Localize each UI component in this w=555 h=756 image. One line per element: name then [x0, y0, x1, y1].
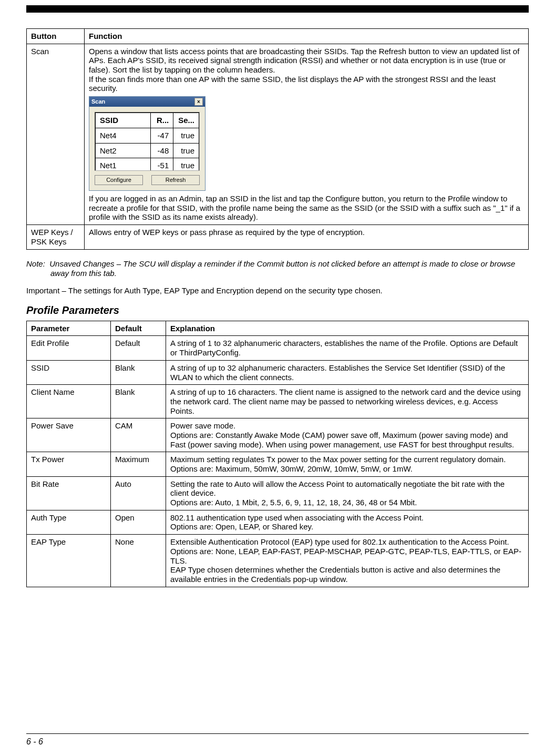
header-bar [26, 5, 529, 13]
list-item[interactable]: Net2-48true [96, 143, 199, 158]
table-row: SSIDBlankA string of up to 32 alphanumer… [27, 360, 529, 384]
col-header-button: Button [27, 29, 85, 44]
table-row: Auth TypeOpen802.11 authentication type … [27, 510, 529, 534]
col-rssi[interactable]: R... [151, 113, 173, 128]
scan-body: SSID R... Se... Net4-47true Net2-48true … [89, 107, 205, 190]
scan-buttons: Configure Refresh [95, 175, 200, 185]
table-row: Tx PowerMaximumMaximum setting regulates… [27, 452, 529, 476]
table-row: Scan Opens a window that lists access po… [27, 44, 529, 224]
table-header-row: Button Function [27, 29, 529, 44]
close-icon[interactable]: × [194, 98, 203, 106]
note-label: Note: [26, 259, 45, 268]
table-header-row: Parameter Default Explanation [27, 321, 529, 336]
table-row: Client NameBlankA string of up to 16 cha… [27, 385, 529, 418]
table-row: Power SaveCAMPower save mode. Options ar… [27, 418, 529, 452]
button-function-table: Button Function Scan Opens a window that… [26, 28, 529, 250]
table-row: Bit RateAutoSetting the rate to Auto wil… [27, 476, 529, 510]
list-item[interactable]: Net4-47true [96, 128, 199, 143]
cell-button: Scan [27, 44, 85, 224]
scan-desc-3: If you are logged in as an Admin, tap an… [89, 194, 524, 222]
section-heading: Profile Parameters [26, 304, 529, 316]
scan-titlebar: Scan × [89, 97, 205, 107]
configure-button[interactable]: Configure [95, 175, 143, 185]
col-header-function: Function [85, 29, 529, 44]
table-row: EAP TypeNoneExtensible Authentication Pr… [27, 535, 529, 587]
cell-button: WEP Keys / PSK Keys [27, 225, 85, 249]
scan-desc-2: If the scan finds more than one AP with … [89, 75, 524, 93]
cell-function: Opens a window that lists access points … [85, 44, 529, 224]
important-text: Important – The settings for Auth Type, … [26, 286, 529, 296]
table-row: Edit ProfileDefaultA string of 1 to 32 a… [27, 336, 529, 360]
page-number: 6 - 6 [26, 737, 43, 747]
note-body: Unsaved Changes – The SCU will display a… [49, 259, 515, 278]
footer-rule [26, 733, 529, 734]
list-item[interactable]: Net1-51true [96, 158, 199, 171]
col-header-explanation: Explanation [166, 321, 529, 336]
scan-window: Scan × SSID R... Se... Net4-47true [89, 96, 205, 191]
col-ssid[interactable]: SSID [96, 113, 151, 128]
col-header-default: Default [111, 321, 166, 336]
scan-title: Scan [91, 98, 105, 105]
table-row: WEP Keys / PSK Keys Allows entry of WEP … [27, 225, 529, 249]
col-sec[interactable]: Se... [173, 113, 199, 128]
note-text: Note: Unsaved Changes – The SCU will dis… [26, 259, 529, 279]
refresh-button[interactable]: Refresh [151, 175, 200, 185]
profile-parameters-table: Parameter Default Explanation Edit Profi… [26, 321, 529, 587]
cell-function: Allows entry of WEP keys or pass phrase … [85, 225, 529, 249]
col-header-parameter: Parameter [27, 321, 111, 336]
scan-list-header[interactable]: SSID R... Se... [96, 113, 199, 128]
scan-desc-1: Opens a window that lists access points … [89, 47, 524, 75]
scan-list[interactable]: SSID R... Se... Net4-47true Net2-48true … [95, 112, 200, 171]
